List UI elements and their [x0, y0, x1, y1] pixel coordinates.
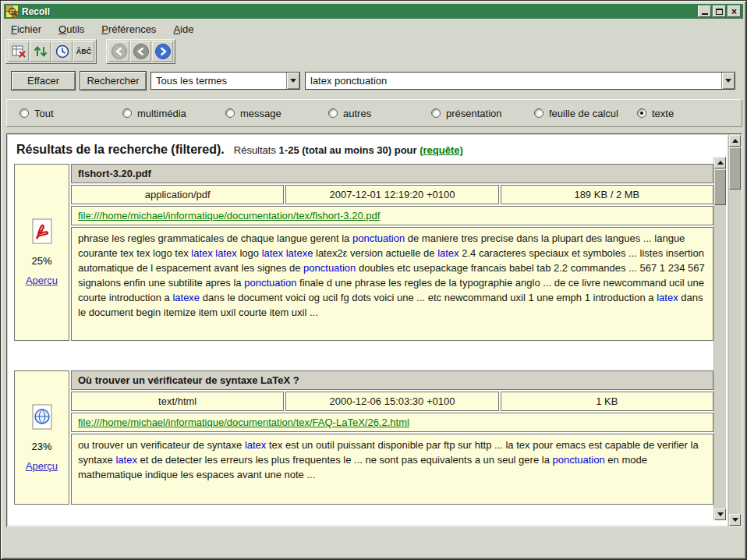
filter-texte[interactable]: texte: [637, 108, 674, 119]
filter-panel: Tout multimédia message autres présentat…: [6, 99, 742, 127]
match-mode-select[interactable]: Tous les termes: [150, 72, 300, 90]
term-explorer-button[interactable]: ÂBĈ: [73, 41, 94, 62]
search-term: latex latex: [191, 247, 237, 259]
result-url-link[interactable]: file:///home/michael/informatique/docume…: [78, 210, 380, 222]
search-term: ponctuation: [244, 277, 296, 289]
snippet-text: latex2ε version actuelle de: [313, 247, 437, 259]
search-term: latex: [245, 439, 266, 451]
sort-by-date-icon: [33, 44, 48, 59]
filter-message[interactable]: message: [225, 108, 328, 119]
maximize-button[interactable]: [713, 5, 726, 17]
results-header: Résultats de la recherche (filtered).Rés…: [8, 135, 728, 157]
result-snippet: ou trouver un verificateur de syntaxe la…: [71, 434, 713, 505]
filter-autres[interactable]: autres: [328, 108, 431, 119]
recoll-app-icon: [6, 5, 18, 17]
result-main: flshort-3.20.pdf application/pdf 2007-12…: [71, 164, 713, 341]
triangle-up-icon: [732, 139, 738, 143]
minimize-icon: [702, 13, 708, 15]
minimize-button[interactable]: [698, 5, 711, 17]
toolbar: ÂBĈ: [5, 39, 175, 64]
filter-tout[interactable]: Tout: [19, 108, 122, 119]
preview-link[interactable]: Aperçu: [26, 460, 58, 472]
titlebar[interactable]: Recoll ×: [4, 4, 743, 19]
scroll-down-button[interactable]: [729, 514, 741, 526]
radio-icon: [431, 108, 441, 118]
search-button[interactable]: Rechercher: [80, 71, 147, 90]
results-range: 1-25 (total au moins 30) pour: [279, 144, 417, 156]
triangle-down-icon: [732, 518, 738, 522]
pdf-icon: [30, 218, 55, 247]
result-mime: text/html: [71, 392, 284, 411]
scroll-down-button[interactable]: [714, 509, 726, 520]
menu-aide[interactable]: Aide: [170, 22, 201, 37]
document-history-button[interactable]: [51, 41, 73, 62]
close-icon: ×: [731, 8, 737, 16]
result-side: 23% Aperçu: [14, 370, 69, 505]
search-term: latex: [437, 247, 458, 259]
snippet-text: et de detecter les erreurs les plus freq…: [137, 454, 553, 466]
search-term: latex: [657, 292, 678, 303]
result-snippet: phrase les regles grammaticales de chaqu…: [71, 227, 713, 341]
radio-icon: [534, 108, 543, 118]
search-term: ponctuation: [352, 232, 405, 244]
next-page-button[interactable]: [152, 41, 173, 62]
radio-icon: [328, 108, 338, 118]
toolbar-group-nav: [106, 39, 175, 64]
outer-scrollbar[interactable]: [728, 135, 741, 526]
query-details-link[interactable]: (requête): [420, 144, 463, 156]
clear-search-button[interactable]: [8, 41, 29, 62]
scrollbar-thumb[interactable]: [729, 147, 741, 190]
menu-preferences[interactable]: Préférences: [98, 22, 164, 37]
filter-multimedia[interactable]: multimédia: [122, 108, 225, 119]
maximize-icon: [716, 9, 723, 15]
result-size: 189 KB / 2 MB: [501, 185, 713, 204]
result-url-row: file:///home/michael/informatique/docume…: [71, 413, 713, 432]
first-page-button[interactable]: [108, 41, 129, 62]
radio-icon: [122, 108, 132, 118]
search-term: ponctuation: [303, 262, 356, 274]
chevron-down-icon: [290, 79, 296, 83]
snippet-text: dans le document voici og ucil fg dots v…: [200, 292, 657, 303]
match-mode-dropdown-button[interactable]: [286, 73, 299, 89]
scrollbar-thumb[interactable]: [714, 169, 726, 205]
triangle-up-icon: [717, 161, 724, 165]
triangle-down-icon: [717, 512, 724, 516]
chevron-down-icon: [725, 79, 731, 83]
previous-page-button[interactable]: [130, 41, 151, 62]
search-input[interactable]: [306, 73, 721, 89]
scroll-up-button[interactable]: [714, 157, 726, 168]
inner-scrollbar[interactable]: [713, 157, 726, 520]
first-page-icon: [111, 43, 128, 60]
filter-feuille-de-calcul[interactable]: feuille de calcul: [534, 108, 637, 119]
scroll-up-button[interactable]: [729, 135, 741, 147]
result-date: 2000-12-06 15:03:30 +0100: [285, 392, 498, 411]
menubar: Fichier Outils Préférences Aide: [5, 21, 742, 37]
search-term: latex: [115, 454, 136, 466]
term-explorer-icon: ÂBĈ: [76, 48, 92, 55]
match-mode-value: Tous les termes: [151, 73, 286, 89]
clear-search-icon: [11, 44, 27, 59]
search-term: latexe: [172, 292, 200, 303]
document-history-icon: [55, 44, 70, 59]
preview-link[interactable]: Aperçu: [26, 275, 58, 286]
recoll-window: Recoll × Fichier Outils Préférences Aide: [0, 0, 747, 560]
query-history-dropdown-button[interactable]: [721, 73, 735, 89]
clear-button[interactable]: Effacer: [11, 71, 76, 90]
result-main: Où trouver un vérificateur de syntaxe La…: [71, 370, 713, 505]
results-frame: Résultats de la recherche (filtered).Rés…: [6, 133, 742, 527]
result-size: 1 KB: [501, 392, 713, 411]
menu-fichier[interactable]: Fichier: [8, 22, 49, 37]
radio-icon: [225, 108, 235, 118]
result-url-link[interactable]: file:///home/michael/informatique/docume…: [78, 416, 409, 428]
result-title: Où trouver un vérificateur de syntaxe La…: [71, 370, 713, 390]
snippet-text: phrase les regles grammaticales de chaqu…: [78, 232, 352, 244]
result-entry: 23% Aperçu Où trouver un vérificateur de…: [14, 370, 713, 505]
filter-presentation[interactable]: présentation: [431, 108, 534, 119]
menu-outils[interactable]: Outils: [55, 22, 92, 37]
radio-checked-icon: [637, 108, 646, 118]
result-mime: application/pdf: [71, 185, 284, 204]
close-button[interactable]: ×: [728, 5, 741, 17]
radio-icon: [19, 108, 29, 118]
result-meta-row: application/pdf 2007-12-01 12:19:20 +010…: [71, 185, 713, 204]
sort-by-date-button[interactable]: [30, 41, 51, 62]
